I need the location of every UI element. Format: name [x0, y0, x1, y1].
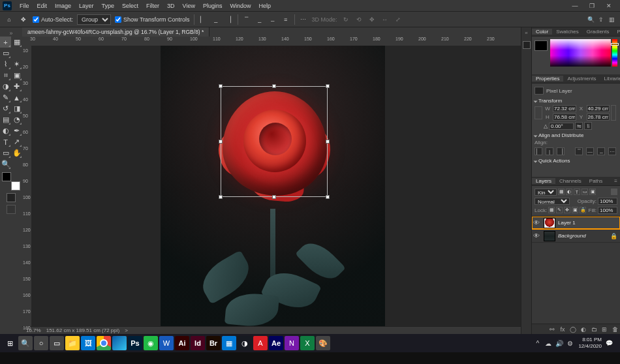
tab-libraries[interactable]: Libraries — [600, 76, 621, 82]
x-input[interactable] — [587, 105, 610, 112]
link-wh-icon[interactable] — [611, 105, 616, 121]
lock-pixels-icon[interactable]: ✎ — [556, 207, 563, 213]
path-tool[interactable]: ↗ — [11, 136, 22, 147]
opacity-input[interactable] — [598, 198, 617, 205]
adjustment-layer-icon[interactable]: ◐ — [580, 326, 587, 333]
notifications-icon[interactable]: 💬 — [606, 340, 617, 346]
network-icon[interactable]: ⚙ — [565, 339, 574, 348]
taskbar-images[interactable]: 🖼 — [81, 336, 95, 350]
link-layers-icon[interactable]: ⚯ — [548, 326, 556, 333]
quick-mask-icon[interactable] — [7, 193, 16, 202]
taskbar-indesign[interactable]: Id — [191, 336, 205, 350]
tab-swatches[interactable]: Swatches — [552, 29, 583, 35]
color-spectrum[interactable] — [550, 39, 611, 67]
taskbar-photoshop[interactable]: Ps — [128, 336, 142, 350]
align-center-v-icon[interactable]: ⎯ — [255, 15, 264, 24]
tab-gradients[interactable]: Gradients — [583, 29, 613, 35]
menu-select[interactable]: Select — [118, 3, 142, 9]
layer-row[interactable]: 👁Background🔒 — [532, 230, 620, 243]
filter-type-icon[interactable]: T — [574, 189, 580, 195]
taskbar-greenapp[interactable]: ◉ — [144, 336, 158, 350]
close-button[interactable]: ✕ — [600, 0, 617, 12]
lock-artboard-icon[interactable]: ▣ — [572, 207, 578, 213]
hand-tool[interactable]: ✋ — [11, 147, 22, 159]
delete-layer-icon[interactable]: 🗑 — [611, 326, 619, 333]
heal-tool[interactable]: ✚ — [11, 81, 22, 92]
height-input[interactable] — [553, 114, 576, 121]
align-right-icon[interactable]: ▕ — [225, 15, 234, 24]
new-layer-icon[interactable]: ⊞ — [600, 326, 608, 333]
taskbar-taskview[interactable]: ▭ — [50, 336, 64, 350]
align-right-icon[interactable]: ▕ — [557, 147, 565, 155]
flip-vertical-icon[interactable]: ⥮ — [584, 122, 592, 130]
menu-window[interactable]: Window — [226, 3, 255, 9]
lock-position-icon[interactable]: ✥ — [564, 207, 570, 213]
tab-paths[interactable]: Paths — [585, 178, 606, 184]
align-left-icon[interactable]: ▏ — [535, 147, 542, 155]
history-tool[interactable]: ↺ — [0, 103, 11, 114]
group-icon[interactable]: 🗀 — [590, 326, 598, 333]
3d-scale-icon[interactable]: ⤢ — [394, 15, 403, 24]
taskbar-onenote[interactable]: N — [285, 336, 299, 350]
tab-adjustments[interactable]: Adjustments — [563, 76, 600, 82]
filter-adjust-icon[interactable]: ◐ — [566, 189, 572, 195]
tab-channels[interactable]: Channels — [555, 178, 585, 184]
fill-input[interactable] — [598, 207, 617, 214]
clock[interactable]: 8:01 PM12/4/2020 — [576, 337, 604, 350]
layer-name[interactable]: Layer 1 — [558, 220, 576, 226]
lasso-tool[interactable]: ⌇ — [0, 59, 11, 70]
taskbar-chrome[interactable] — [97, 336, 111, 350]
frame-tool[interactable]: ▣ — [11, 70, 22, 81]
taskbar-paint[interactable]: 🎨 — [316, 336, 330, 350]
menu-help[interactable]: Help — [255, 3, 275, 9]
more-align-icon[interactable]: ⋯ — [608, 147, 616, 155]
taskbar-appblue[interactable]: ▦ — [222, 336, 236, 350]
blur-tool[interactable]: ◔ — [11, 114, 22, 125]
panel-menu-icon[interactable]: ≡ — [612, 178, 620, 184]
dodge-tool[interactable]: ◐ — [0, 125, 11, 136]
menu-filter[interactable]: Filter — [142, 3, 163, 9]
zoom-tool[interactable]: 🔍 — [0, 159, 11, 170]
filter-pixel-icon[interactable]: ▦ — [558, 189, 565, 195]
layer-style-icon[interactable]: fx — [559, 326, 566, 333]
canvas-workspace[interactable] — [31, 46, 521, 326]
rotation-input[interactable] — [549, 123, 574, 130]
menu-3d[interactable]: 3D — [163, 3, 179, 9]
move-tool[interactable]: + — [0, 37, 11, 48]
menu-edit[interactable]: Edit — [33, 3, 52, 9]
taskbar-word[interactable]: W — [159, 336, 174, 350]
tab-color[interactable]: Color — [532, 29, 552, 35]
taskbar-edge[interactable] — [112, 336, 127, 350]
taskbar-illustrator[interactable]: Ai — [175, 336, 189, 350]
marquee-tool[interactable]: ▭ — [0, 48, 11, 59]
tray-expand-icon[interactable]: ^ — [533, 339, 542, 348]
home-icon[interactable]: ⌂ — [4, 14, 14, 25]
3d-roll-icon[interactable]: ⟲ — [354, 15, 364, 24]
quickselect-tool[interactable]: ✶ — [11, 59, 22, 70]
crop-tool[interactable]: ⌗ — [0, 70, 11, 81]
taskbar-excel[interactable]: X — [300, 336, 315, 350]
visibility-icon[interactable]: 👁 — [532, 219, 541, 226]
taskbar-bridge[interactable]: Br — [206, 336, 221, 350]
workspace-switcher-icon[interactable]: ▥ — [607, 15, 616, 24]
taskbar-aftereffects[interactable]: Ae — [269, 336, 283, 350]
3d-rotate-icon[interactable]: ↻ — [341, 15, 350, 24]
layer-name[interactable]: Background — [558, 233, 586, 239]
system-tray[interactable]: ^ ☁ 🔊 ⚙ — [533, 339, 575, 348]
show-transform-controls-checkbox[interactable]: Show Transform Controls — [115, 16, 190, 23]
hue-slider[interactable] — [612, 39, 617, 67]
foreground-color-swatch[interactable] — [535, 40, 548, 51]
3d-slide-icon[interactable]: ↔ — [380, 15, 390, 24]
taskbar-start[interactable]: ⊞ — [3, 336, 17, 350]
taskbar-explorer[interactable]: 📁 — [65, 336, 80, 350]
color-panel[interactable] — [532, 37, 620, 74]
foreground-background-swatch[interactable] — [2, 172, 20, 190]
width-input[interactable] — [553, 105, 576, 112]
document-tab[interactable]: ameen-fahmy-gcW40fo4RCo-unsplash.jpg @ 1… — [22, 27, 209, 37]
menu-view[interactable]: View — [179, 3, 199, 9]
align-top-icon[interactable]: ⎺ — [242, 15, 251, 24]
stamp-tool[interactable]: ▲ — [11, 92, 22, 103]
3d-pan-icon[interactable]: ✥ — [367, 15, 377, 24]
align-section-header[interactable]: Align and Distribute — [535, 132, 617, 138]
tab-patterns[interactable]: Patterns — [613, 29, 621, 35]
